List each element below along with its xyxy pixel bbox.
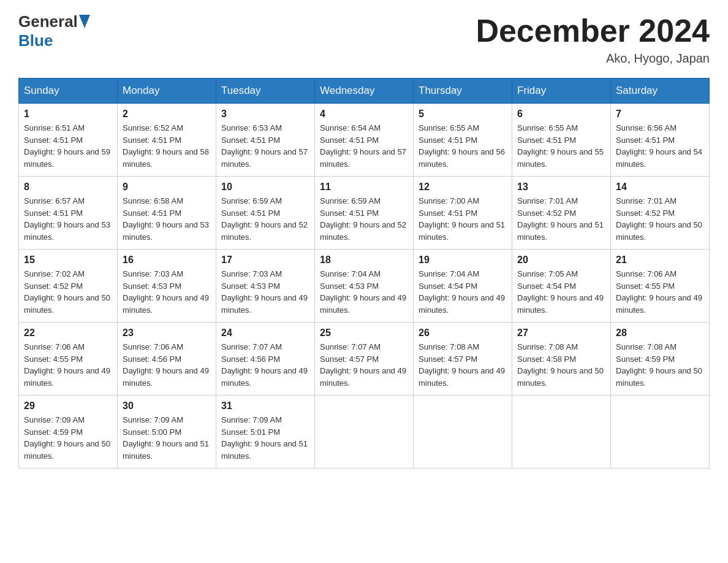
day-number: 18 [320,255,408,266]
day-info: Sunrise: 6:56 AMSunset: 4:51 PMDaylight:… [616,122,704,170]
weekday-header-friday: Friday [512,79,611,104]
day-number: 11 [320,182,408,193]
weekday-header-row: SundayMondayTuesdayWednesdayThursdayFrid… [19,79,710,104]
calendar-cell: 6Sunrise: 6:55 AMSunset: 4:51 PMDaylight… [512,104,611,177]
day-info: Sunrise: 7:08 AMSunset: 4:57 PMDaylight:… [419,341,507,389]
title-block: December 2024 Ako, Hyogo, Japan [476,12,710,66]
day-number: 17 [221,255,309,266]
day-info: Sunrise: 7:01 AMSunset: 4:52 PMDaylight:… [616,195,704,243]
calendar-cell: 11Sunrise: 6:59 AMSunset: 4:51 PMDayligh… [315,177,414,250]
day-info: Sunrise: 6:55 AMSunset: 4:51 PMDaylight:… [517,122,605,170]
page-header: General Blue December 2024 Ako, Hyogo, J… [18,12,710,66]
day-info: Sunrise: 7:00 AMSunset: 4:51 PMDaylight:… [419,195,507,243]
day-info: Sunrise: 7:06 AMSunset: 4:55 PMDaylight:… [24,341,112,389]
calendar-cell [315,396,414,469]
calendar-table: SundayMondayTuesdayWednesdayThursdayFrid… [18,78,710,469]
logo-arrow-icon [79,15,90,28]
weekday-header-monday: Monday [118,79,216,104]
calendar-cell: 15Sunrise: 7:02 AMSunset: 4:52 PMDayligh… [19,250,118,323]
day-number: 10 [221,182,309,193]
calendar-cell: 13Sunrise: 7:01 AMSunset: 4:52 PMDayligh… [512,177,611,250]
location: Ako, Hyogo, Japan [476,52,710,66]
day-number: 15 [24,255,112,266]
day-number: 24 [221,327,309,339]
day-number: 5 [419,109,507,120]
day-number: 23 [123,327,211,339]
day-info: Sunrise: 7:09 AMSunset: 5:00 PMDaylight:… [123,414,211,462]
day-info: Sunrise: 7:04 AMSunset: 4:53 PMDaylight:… [320,268,408,316]
month-title: December 2024 [476,12,710,49]
day-info: Sunrise: 7:01 AMSunset: 4:52 PMDaylight:… [517,195,605,243]
calendar-cell: 1Sunrise: 6:51 AMSunset: 4:51 PMDaylight… [19,104,118,177]
day-info: Sunrise: 7:06 AMSunset: 4:55 PMDaylight:… [616,268,704,316]
calendar-week-row: 8Sunrise: 6:57 AMSunset: 4:51 PMDaylight… [19,177,710,250]
day-info: Sunrise: 7:09 AMSunset: 5:01 PMDaylight:… [221,414,309,462]
calendar-cell [611,396,710,469]
calendar-cell: 3Sunrise: 6:53 AMSunset: 4:51 PMDaylight… [216,104,315,177]
day-number: 4 [320,109,408,120]
calendar-cell: 12Sunrise: 7:00 AMSunset: 4:51 PMDayligh… [414,177,512,250]
day-number: 28 [616,327,704,339]
day-info: Sunrise: 6:51 AMSunset: 4:51 PMDaylight:… [24,122,112,170]
day-info: Sunrise: 7:07 AMSunset: 4:57 PMDaylight:… [320,341,408,389]
day-number: 14 [616,182,704,193]
day-number: 26 [419,327,507,339]
day-number: 2 [123,109,211,120]
calendar-cell: 31Sunrise: 7:09 AMSunset: 5:01 PMDayligh… [216,396,315,469]
calendar-cell: 26Sunrise: 7:08 AMSunset: 4:57 PMDayligh… [414,323,512,396]
day-number: 16 [123,255,211,266]
day-number: 22 [24,327,112,339]
calendar-cell: 21Sunrise: 7:06 AMSunset: 4:55 PMDayligh… [611,250,710,323]
day-info: Sunrise: 7:08 AMSunset: 4:58 PMDaylight:… [517,341,605,389]
calendar-week-row: 22Sunrise: 7:06 AMSunset: 4:55 PMDayligh… [19,323,710,396]
svg-marker-0 [79,15,90,28]
calendar-cell: 19Sunrise: 7:04 AMSunset: 4:54 PMDayligh… [414,250,512,323]
calendar-cell: 2Sunrise: 6:52 AMSunset: 4:51 PMDaylight… [118,104,216,177]
weekday-header-thursday: Thursday [414,79,512,104]
calendar-cell [414,396,512,469]
day-number: 20 [517,255,605,266]
calendar-cell: 4Sunrise: 6:54 AMSunset: 4:51 PMDaylight… [315,104,414,177]
calendar-cell: 25Sunrise: 7:07 AMSunset: 4:57 PMDayligh… [315,323,414,396]
day-info: Sunrise: 6:55 AMSunset: 4:51 PMDaylight:… [419,122,507,170]
calendar-week-row: 15Sunrise: 7:02 AMSunset: 4:52 PMDayligh… [19,250,710,323]
day-info: Sunrise: 6:59 AMSunset: 4:51 PMDaylight:… [221,195,309,243]
day-number: 6 [517,109,605,120]
calendar-cell: 17Sunrise: 7:03 AMSunset: 4:53 PMDayligh… [216,250,315,323]
day-info: Sunrise: 7:03 AMSunset: 4:53 PMDaylight:… [221,268,309,316]
calendar-cell: 23Sunrise: 7:06 AMSunset: 4:56 PMDayligh… [118,323,216,396]
day-number: 1 [24,109,112,120]
day-info: Sunrise: 6:58 AMSunset: 4:51 PMDaylight:… [123,195,211,243]
calendar-cell: 27Sunrise: 7:08 AMSunset: 4:58 PMDayligh… [512,323,611,396]
day-number: 13 [517,182,605,193]
calendar-cell: 8Sunrise: 6:57 AMSunset: 4:51 PMDaylight… [19,177,118,250]
day-info: Sunrise: 7:02 AMSunset: 4:52 PMDaylight:… [24,268,112,316]
day-info: Sunrise: 6:59 AMSunset: 4:51 PMDaylight:… [320,195,408,243]
day-number: 9 [123,182,211,193]
day-info: Sunrise: 7:03 AMSunset: 4:53 PMDaylight:… [123,268,211,316]
calendar-cell: 28Sunrise: 7:08 AMSunset: 4:59 PMDayligh… [611,323,710,396]
day-info: Sunrise: 6:53 AMSunset: 4:51 PMDaylight:… [221,122,309,170]
day-number: 25 [320,327,408,339]
day-info: Sunrise: 7:08 AMSunset: 4:59 PMDaylight:… [616,341,704,389]
calendar-cell: 10Sunrise: 6:59 AMSunset: 4:51 PMDayligh… [216,177,315,250]
calendar-cell: 18Sunrise: 7:04 AMSunset: 4:53 PMDayligh… [315,250,414,323]
calendar-week-row: 1Sunrise: 6:51 AMSunset: 4:51 PMDaylight… [19,104,710,177]
day-info: Sunrise: 7:05 AMSunset: 4:54 PMDaylight:… [517,268,605,316]
day-number: 19 [419,255,507,266]
day-info: Sunrise: 6:57 AMSunset: 4:51 PMDaylight:… [24,195,112,243]
day-number: 29 [24,400,112,412]
day-number: 7 [616,109,704,120]
calendar-week-row: 29Sunrise: 7:09 AMSunset: 4:59 PMDayligh… [19,396,710,469]
weekday-header-wednesday: Wednesday [315,79,414,104]
day-info: Sunrise: 7:06 AMSunset: 4:56 PMDaylight:… [123,341,211,389]
day-info: Sunrise: 7:04 AMSunset: 4:54 PMDaylight:… [419,268,507,316]
day-number: 31 [221,400,309,412]
day-number: 21 [616,255,704,266]
day-info: Sunrise: 7:07 AMSunset: 4:56 PMDaylight:… [221,341,309,389]
logo: General Blue [18,12,90,50]
day-number: 12 [419,182,507,193]
calendar-cell: 16Sunrise: 7:03 AMSunset: 4:53 PMDayligh… [118,250,216,323]
calendar-cell: 22Sunrise: 7:06 AMSunset: 4:55 PMDayligh… [19,323,118,396]
weekday-header-saturday: Saturday [611,79,710,104]
